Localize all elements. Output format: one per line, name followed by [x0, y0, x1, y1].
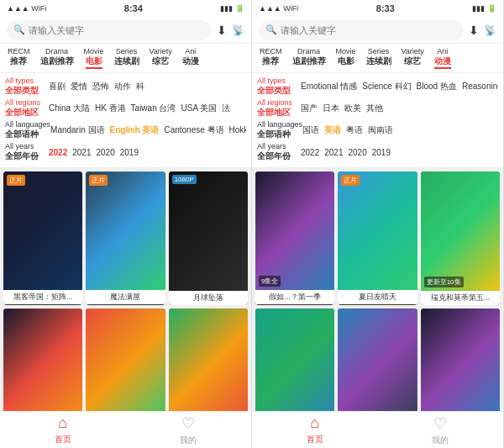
filter-label-zh: 全部类型 [257, 85, 301, 97]
nav-tab-推荐[interactable]: RECM 推荐 [255, 45, 286, 71]
nav-tab-动漫[interactable]: Ani 动漫 [178, 45, 203, 71]
filter-option-0[interactable]: Emotional 情感 [301, 81, 357, 92]
filter-option-0[interactable]: 2022 [49, 148, 67, 157]
filter-option-0[interactable]: 喜剧 [49, 81, 66, 92]
nav-tab-电影[interactable]: Movie 电影 [80, 45, 108, 71]
filter-option-2[interactable]: 恐怖 [92, 81, 109, 92]
filter-option-1[interactable]: 爱情 [71, 81, 87, 92]
filter-option-1[interactable]: 2021 [72, 148, 91, 157]
filter-option-1[interactable]: 英语 [324, 124, 341, 136]
search-input[interactable] [29, 25, 205, 35]
tab-en-label: Series [368, 47, 390, 55]
movie-card[interactable]: 9集全假如...？第一季 [255, 171, 334, 305]
nav-tab-综艺[interactable]: Variety 综艺 [145, 45, 176, 71]
movie-poster [421, 308, 500, 411]
filter-row-2: All languages全部语种国语英语粤语闽南语 [257, 120, 498, 140]
bottom-nav-我的[interactable]: ♡ 我的 [432, 414, 449, 446]
signal-icon: ▲▲▲ WiFi [7, 4, 46, 13]
filter-option-4[interactable]: 法 [222, 103, 230, 114]
filter-option-0[interactable]: 国语 [302, 124, 319, 136]
cast-icon[interactable]: 📡 [484, 24, 496, 36]
filter-option-3[interactable]: Hokkien 闽南语 [229, 124, 246, 136]
tab-zh-label: 推荐 [262, 55, 279, 67]
tab-en-label: RECM [260, 47, 282, 55]
movie-card[interactable]: 1080P月球坠落 [169, 171, 248, 305]
tab-zh-label: 推荐 [10, 55, 27, 67]
filter-option-3[interactable]: 动作 [114, 81, 131, 92]
filter-option-2[interactable]: 2020 [97, 148, 115, 157]
filter-option-1[interactable]: HK 香港 [95, 103, 126, 114]
search-input-wrap[interactable]: 🔍 [7, 20, 212, 40]
movie-card[interactable] [338, 308, 417, 411]
search-input[interactable] [281, 25, 457, 35]
filter-option-1[interactable]: 2021 [324, 148, 343, 157]
filter-option-2[interactable]: 2020 [349, 148, 367, 157]
filter-option-1[interactable]: Science 科幻 [362, 81, 411, 92]
bottom-nav: ⌂ 首页 ♡ 我的 [0, 411, 251, 448]
bottom-nav-label: 首页 [55, 434, 71, 445]
movie-grid: 正片黑客帝国：矩阵...正片魔法满屋1080P月球坠落 [3, 171, 248, 411]
filter-option-3[interactable]: 闽南语 [368, 124, 393, 136]
status-bar: ▲▲▲ WiFi 8:34 ▮▮▮ 🔋 [0, 0, 251, 17]
filter-option-2[interactable]: 欧美 [344, 103, 361, 114]
filter-option-2[interactable]: Blood 热血 [417, 81, 457, 92]
filter-row-1: All regions全部地区国产日本欧美其他 [257, 98, 498, 119]
filter-option-3[interactable]: 2019 [120, 148, 139, 157]
movie-title: 魔法满屋 [86, 290, 165, 304]
filter-options: 2022202120202019 [49, 148, 139, 157]
bottom-nav-我的[interactable]: ♡ 我的 [180, 414, 197, 446]
filter-option-0[interactable]: China 大陆 [49, 103, 90, 114]
nav-tab-连续剧[interactable]: Series 连续剧 [110, 45, 144, 71]
poster-bg [169, 308, 248, 411]
movie-card[interactable] [421, 308, 500, 411]
nav-tab-推荐[interactable]: RECM 推荐 [3, 45, 34, 71]
filter-option-0[interactable]: 2022 [301, 148, 319, 157]
filter-option-3[interactable]: 其他 [366, 103, 383, 114]
search-input-wrap[interactable]: 🔍 [259, 20, 464, 40]
download-icon[interactable]: ⬇ [469, 24, 479, 37]
movie-card[interactable]: 正片夏日友晴天 [338, 171, 417, 305]
filter-options: Emotional 情感Science 科幻Blood 热血Reasoning … [301, 81, 498, 92]
movie-card[interactable] [169, 308, 248, 411]
nav-tab-电影[interactable]: Movie 电影 [332, 45, 360, 71]
tab-en-label: Ani [185, 47, 196, 55]
filter-row-0: All types全部类型Emotional 情感Science 科幻Blood… [257, 76, 498, 97]
bottom-nav-首页[interactable]: ⌂ 首页 [307, 414, 323, 445]
movie-card[interactable] [3, 308, 82, 411]
filter-option-1[interactable]: 日本 [323, 103, 339, 114]
nav-tab-追剧推荐[interactable]: Drama 追剧推荐 [288, 45, 330, 71]
filter-option-4[interactable]: 科 [136, 81, 144, 92]
filter-label-zh: 全部年份 [5, 150, 49, 162]
filter-row-3: All years全部年份2022202120202019 [5, 142, 246, 162]
filter-option-2[interactable]: 粤语 [346, 124, 363, 136]
filter-option-2[interactable]: Taiwan 台湾 [131, 103, 176, 114]
bottom-nav-首页[interactable]: ⌂ 首页 [55, 414, 71, 445]
filter-label-en: All types [5, 76, 49, 85]
filter-option-0[interactable]: 国产 [301, 103, 318, 114]
nav-tab-综艺[interactable]: Variety 综艺 [397, 45, 428, 71]
nav-tab-连续剧[interactable]: Series 连续剧 [362, 45, 396, 71]
nav-tab-追剧推荐[interactable]: Drama 追剧推荐 [36, 45, 78, 71]
filter-option-3[interactable]: USA 美国 [181, 103, 217, 114]
filter-options: 国语英语粤语闽南语 [302, 124, 393, 136]
filter-label-en: All regions [257, 98, 301, 107]
panel-left: ▲▲▲ WiFi 8:34 ▮▮▮ 🔋 🔍 ⬇ 📡 RECM 推荐 Drama … [0, 0, 252, 448]
filter-option-3[interactable]: 2019 [372, 148, 391, 157]
filter-option-3[interactable]: Reasoning 推理 [462, 81, 498, 92]
movie-badge: 9集全 [259, 276, 281, 287]
filter-option-0[interactable]: Mandarin 国语 [50, 124, 104, 136]
nav-tab-动漫[interactable]: Ani 动漫 [430, 45, 455, 71]
poster-bg [3, 308, 82, 411]
movie-card[interactable] [255, 308, 334, 411]
tab-en-label: Ani [437, 47, 448, 55]
movie-card[interactable] [86, 308, 165, 411]
cast-icon[interactable]: 📡 [232, 24, 244, 36]
download-icon[interactable]: ⬇ [217, 24, 227, 37]
filter-option-2[interactable]: Cantonese 粤语 [164, 124, 223, 136]
movie-card[interactable]: 正片黑客帝国：矩阵... [3, 171, 82, 305]
movie-card[interactable]: 正片魔法满屋 [86, 171, 165, 305]
nav-tabs: RECM 推荐 Drama 追剧推荐 Movie 电影 Series 连续剧 V… [252, 44, 503, 73]
poster-bg [86, 308, 165, 411]
filter-option-1[interactable]: English 英语 [110, 124, 160, 136]
movie-card[interactable]: 更新至10集瑞克和莫蒂第五... [421, 171, 500, 305]
